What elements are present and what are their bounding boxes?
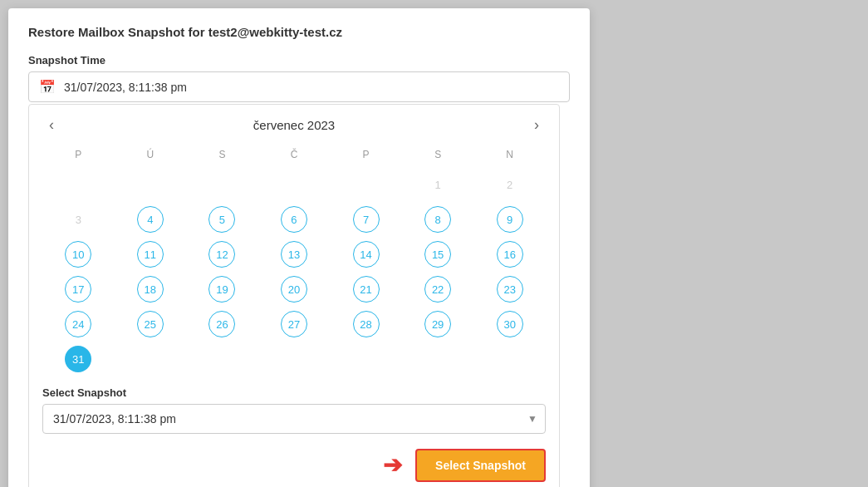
table-row[interactable]: 16 <box>497 241 523 268</box>
table-row[interactable]: 7 <box>353 206 380 233</box>
table-row[interactable]: 21 <box>353 276 380 303</box>
calendar-grid: PÚSČPSN 12345678910111213141516171819202… <box>42 145 546 375</box>
day-name: S <box>186 145 258 164</box>
calendar-header: ‹ červenec 2023 › <box>42 115 546 135</box>
month-title: červenec 2023 <box>253 118 335 132</box>
modal-container: Restore Mailbox Snapshot for test2@webki… <box>8 8 590 487</box>
calendar-weeks: 1234567891011121314151617181920212223242… <box>42 169 546 375</box>
calendar-week-row: 12 <box>42 169 546 200</box>
table-row[interactable]: 9 <box>497 206 523 233</box>
table-row[interactable]: 24 <box>65 311 91 337</box>
calendar-week-row: 17181920212223 <box>42 273 546 305</box>
arrow-indicator-icon: ➔ <box>383 454 402 477</box>
day-name: P <box>42 145 115 164</box>
snapshot-select-wrapper: 31/07/2023, 8:11:38 pm ▼ <box>42 404 546 434</box>
modal-title: Restore Mailbox Snapshot for test2@webki… <box>28 25 570 39</box>
calendar-week-row: 24252627282930 <box>42 308 546 340</box>
table-row[interactable]: 15 <box>424 241 451 268</box>
table-row[interactable]: 3 <box>65 206 91 233</box>
table-row[interactable]: 10 <box>65 241 91 268</box>
table-row[interactable]: 25 <box>137 311 164 337</box>
table-row[interactable]: 26 <box>208 311 235 337</box>
select-snapshot-label: Select Snapshot <box>42 386 546 399</box>
table-row[interactable]: 27 <box>281 311 307 337</box>
day-name: Č <box>258 145 331 164</box>
table-row[interactable]: 18 <box>137 276 164 303</box>
table-row[interactable]: 23 <box>497 276 523 303</box>
table-row[interactable]: 11 <box>137 241 164 268</box>
prev-month-button[interactable]: ‹ <box>42 115 61 135</box>
table-row[interactable]: 2 <box>497 171 523 198</box>
table-row[interactable]: 13 <box>281 241 307 268</box>
snapshot-select[interactable]: 31/07/2023, 8:11:38 pm <box>42 404 546 434</box>
table-row[interactable]: 30 <box>497 311 523 337</box>
calendar-week-row: 10111213141516 <box>42 239 546 270</box>
table-row[interactable]: 28 <box>353 311 380 337</box>
table-row[interactable]: 8 <box>424 206 451 233</box>
day-name: N <box>473 145 546 164</box>
table-row[interactable]: 19 <box>208 276 235 303</box>
calendar-week-row: 31 <box>42 343 546 375</box>
table-row[interactable]: 22 <box>424 276 451 303</box>
table-row[interactable]: 20 <box>281 276 307 303</box>
table-row[interactable]: 1 <box>424 171 451 198</box>
day-names-row: PÚSČPSN <box>42 145 546 164</box>
bottom-section: ➔ Select Snapshot <box>42 449 546 482</box>
table-row[interactable]: 4 <box>137 206 164 233</box>
day-name: S <box>402 145 474 164</box>
table-row[interactable]: 6 <box>281 206 307 233</box>
datetime-input[interactable]: 📅 31/07/2023, 8:11:38 pm <box>28 71 570 102</box>
next-month-button[interactable]: › <box>527 115 546 135</box>
select-snapshot-button[interactable]: Select Snapshot <box>415 449 546 482</box>
day-name: P <box>330 145 402 164</box>
snapshot-time-label: Snapshot Time <box>28 54 570 66</box>
table-row[interactable]: 31 <box>65 346 91 372</box>
table-row[interactable]: 17 <box>65 276 91 303</box>
table-row[interactable]: 29 <box>424 311 451 337</box>
calendar-week-row: 3456789 <box>42 204 546 235</box>
table-row[interactable]: 5 <box>208 206 235 233</box>
datetime-value: 31/07/2023, 8:11:38 pm <box>64 81 187 94</box>
calendar-dropdown: ‹ červenec 2023 › PÚSČPSN 12345678910111… <box>28 104 560 487</box>
select-snapshot-section: Select Snapshot 31/07/2023, 8:11:38 pm ▼… <box>42 386 546 482</box>
table-row[interactable]: 12 <box>208 241 235 268</box>
table-row[interactable]: 14 <box>353 241 380 268</box>
modal-overlay: Restore Mailbox Snapshot for test2@webki… <box>0 0 868 487</box>
day-name: Ú <box>115 145 187 164</box>
calendar-icon: 📅 <box>39 79 56 95</box>
